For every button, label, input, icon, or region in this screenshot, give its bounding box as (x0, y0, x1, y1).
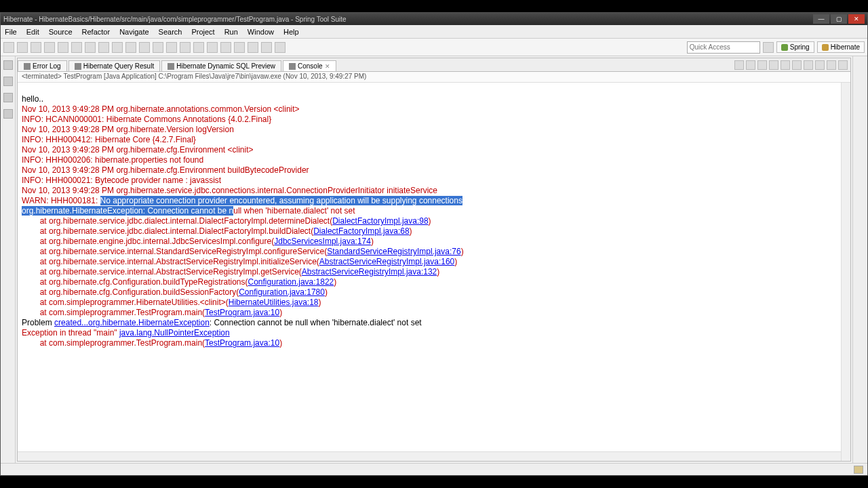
right-trim (852, 56, 867, 463)
open-console-icon[interactable] (815, 60, 825, 70)
perspective-hibernate[interactable]: Hibernate (817, 41, 865, 53)
search-icon[interactable] (180, 42, 191, 53)
toolbar-left (3, 42, 285, 53)
new-package-icon[interactable] (139, 42, 150, 53)
menu-project[interactable]: Project (191, 28, 214, 36)
menu-edit[interactable]: Edit (26, 28, 39, 36)
close-button[interactable]: ✕ (848, 14, 865, 24)
debug-icon[interactable] (71, 42, 82, 53)
selected-text: No appropriate connection provider encou… (100, 196, 462, 205)
perspective-spring[interactable]: Spring (776, 41, 814, 53)
minimize-button[interactable]: — (813, 14, 829, 24)
close-tab-icon[interactable]: ✕ (325, 63, 330, 70)
stack-link[interactable]: Configuration.java:1780 (239, 287, 325, 297)
minimize-view-icon[interactable] (827, 60, 836, 70)
new-class-icon[interactable] (153, 42, 163, 53)
menu-window[interactable]: Window (248, 28, 274, 36)
stack-link[interactable]: StandardServiceRegistryImpl.java:76 (327, 247, 460, 256)
stack-link[interactable]: DialectFactoryImpl.java:68 (313, 226, 409, 236)
build-icon[interactable] (58, 42, 68, 53)
toolbar-right: Spring Hibernate (687, 41, 865, 54)
save-icon[interactable] (17, 42, 28, 53)
stack-link[interactable]: Configuration.java:1822 (248, 277, 334, 287)
console-view: Error Log Hibernate Query Result Hiberna… (17, 58, 851, 462)
console-line: at org.hibernate.service.jdbc.dialect.in… (22, 226, 313, 236)
pin-icon[interactable] (275, 42, 285, 53)
sql-icon (167, 63, 174, 70)
view-toolbar (732, 59, 850, 71)
console-output[interactable]: hello.. Nov 10, 2013 9:49:28 PM org.hibe… (18, 83, 850, 461)
clear-console-icon[interactable] (769, 60, 778, 70)
menu-search[interactable]: Search (159, 28, 182, 36)
external-tools-icon[interactable] (112, 42, 123, 53)
console-line: Nov 10, 2013 9:49:28 PM org.hibernate.se… (22, 186, 437, 195)
stack-link[interactable]: TestProgram.java:10 (205, 338, 279, 348)
menu-refactor[interactable]: Refactor (82, 28, 111, 36)
console-line: Nov 10, 2013 9:49:28 PM org.hibernate.cf… (22, 145, 254, 155)
pin-console-icon[interactable] (792, 60, 802, 70)
open-perspective-icon[interactable] (763, 42, 774, 53)
horizontal-scrollbar[interactable] (18, 451, 841, 461)
maximize-button[interactable]: ▢ (831, 14, 847, 24)
tab-dynamic-sql[interactable]: Hibernate Dynamic SQL Preview (161, 60, 281, 71)
stack-link[interactable]: DialectFactoryImpl.java:98 (332, 216, 428, 226)
stack-link[interactable]: HibernateUtilities.java:18 (229, 298, 319, 307)
remove-all-icon[interactable] (757, 60, 767, 70)
menu-run[interactable]: Run (224, 28, 238, 36)
left-trim (1, 56, 16, 463)
tab-hql-result[interactable]: Hibernate Query Result (68, 60, 161, 71)
stack-link[interactable]: created...org.hibernate.HibernateExcepti… (54, 318, 210, 327)
stack-link[interactable]: java.lang.NullPointerException (119, 328, 230, 338)
stack-link[interactable]: JdbcServicesImpl.java:174 (274, 237, 371, 246)
console-line: Problem (22, 318, 54, 327)
new-icon[interactable] (3, 42, 14, 53)
toolbar: Spring Hibernate (1, 39, 867, 56)
save-all-icon[interactable] (31, 42, 41, 53)
hql-icon (75, 63, 81, 70)
up-icon[interactable] (261, 42, 272, 53)
window-title: Hibernate - HibernateBasics/Hibernate/sr… (3, 16, 347, 23)
open-type-icon[interactable] (166, 42, 177, 53)
tab-error-log[interactable]: Error Log (18, 60, 67, 71)
back-icon[interactable] (234, 42, 245, 53)
menu-file[interactable]: File (5, 28, 17, 36)
quick-access-input[interactable] (687, 41, 760, 54)
console-icon (289, 63, 296, 70)
stack-link[interactable]: AbstractServiceRegistryImpl.java:160 (319, 257, 454, 266)
console-line: INFO: HHH000206: hibernate.properties no… (22, 155, 203, 165)
titlebar[interactable]: Hibernate - HibernateBasics/Hibernate/sr… (1, 13, 867, 25)
remove-launch-icon[interactable] (746, 60, 755, 70)
menu-help[interactable]: Help (283, 28, 299, 36)
console-line: at org.hibernate.service.internal.Abstra… (22, 257, 319, 266)
tab-console[interactable]: Console✕ (283, 60, 336, 71)
run-icon[interactable] (85, 42, 96, 53)
annotation-icon[interactable] (193, 42, 204, 53)
run-last-icon[interactable] (98, 42, 109, 53)
menu-source[interactable]: Source (49, 28, 73, 36)
new-project-icon[interactable] (125, 42, 136, 53)
error-log-icon (24, 63, 31, 70)
hibernate-icon (822, 44, 829, 51)
trim-icon[interactable] (3, 77, 13, 86)
console-line: at org.hibernate.service.jdbc.dialect.in… (22, 216, 332, 226)
forward-icon[interactable] (248, 42, 258, 53)
terminate-icon[interactable] (734, 60, 744, 70)
trim-icon[interactable] (3, 109, 13, 119)
stack-link[interactable]: AbstractServiceRegistryImpl.java:132 (302, 267, 437, 277)
scroll-lock-icon[interactable] (781, 60, 790, 70)
display-selected-icon[interactable] (804, 60, 813, 70)
menu-navigate[interactable]: Navigate (119, 28, 149, 36)
stack-link[interactable]: TestProgram.java:10 (205, 308, 279, 317)
task-icon[interactable] (207, 42, 218, 53)
trim-icon[interactable] (3, 93, 13, 102)
console-line: at com.simpleprogrammer.HibernateUtiliti… (22, 298, 229, 307)
maximize-view-icon[interactable] (838, 60, 848, 70)
vertical-scrollbar[interactable] (841, 83, 850, 461)
status-icon[interactable] (854, 466, 863, 474)
app-window: Hibernate - HibernateBasics/Hibernate/sr… (0, 12, 868, 476)
menubar: File Edit Source Refactor Navigate Searc… (1, 25, 867, 39)
toggle-icon[interactable] (220, 42, 231, 53)
trim-icon[interactable] (3, 60, 13, 70)
console-line: at org.hibernate.cfg.Configuration.build… (22, 277, 248, 287)
print-icon[interactable] (44, 42, 55, 53)
